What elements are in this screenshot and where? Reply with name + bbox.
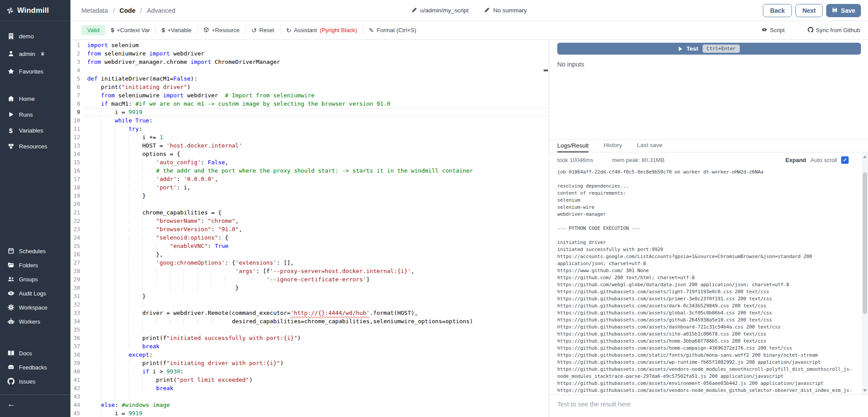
tab-logs-result[interactable]: Logs/Result — [557, 142, 588, 152]
code-line[interactable]: 30 } — [70, 284, 549, 292]
log-line: selenium-wire — [557, 204, 860, 211]
script-path[interactable]: u/admin/my_script — [412, 7, 469, 14]
test-button[interactable]: Test Ctrl+Enter — [557, 43, 861, 55]
log-line: selenium — [557, 197, 860, 204]
code-line[interactable]: 6 print("initiating driver") — [70, 83, 549, 91]
scroll-down-arrow[interactable] — [862, 387, 868, 394]
collapse-sidebar-button[interactable]: ← — [0, 395, 70, 413]
code-line[interactable]: 19 } — [70, 192, 549, 200]
sidebar-item-audit-logs[interactable]: Audit Logs — [0, 286, 70, 300]
next-button[interactable]: Next — [795, 4, 823, 17]
scrollbar-thumb[interactable] — [863, 172, 867, 314]
code-line[interactable]: 23 "browserVersion": "91.0", — [70, 225, 549, 233]
code-line[interactable]: 45 i = 9919 — [70, 409, 549, 417]
code-line[interactable]: 22 "browserName": "chrome", — [70, 217, 549, 225]
code-line[interactable]: 9 i = 9919 — [70, 108, 549, 116]
code-line[interactable]: 8 if macM1: #if we are on mac m1 -> cust… — [70, 100, 549, 108]
script-view-button[interactable]: Script — [761, 27, 784, 34]
tab-last-save[interactable]: Last save — [637, 142, 662, 152]
code-line[interactable]: 44 else: #windows image — [70, 401, 549, 409]
dollar-icon: $ — [111, 27, 114, 33]
log-output: job 01864aff-22dd-cf40-f0c5-0ec8e9b50c70… — [549, 165, 868, 395]
code-line[interactable]: 12 i += 1 — [70, 133, 549, 141]
code-line[interactable]: 43 — [70, 392, 549, 401]
editor-scrollbar[interactable] — [543, 40, 549, 417]
scroll-up-arrow[interactable] — [862, 154, 868, 160]
autoscroll-checkbox[interactable]: ✓ — [841, 156, 849, 164]
code-line[interactable]: 11 try: — [70, 125, 549, 133]
sidebar-item-workspace[interactable]: demo — [0, 27, 70, 45]
code-line[interactable]: 27 'goog:chromeOptions': {'extensions': … — [70, 258, 549, 267]
sidebar-item-folders[interactable]: Folders — [0, 258, 70, 272]
code-line[interactable]: 26 }, — [70, 250, 549, 258]
sidebar-item-workspace-settings[interactable]: Workspace — [0, 300, 70, 314]
code-line[interactable]: 33 driver = webdriver.Remote(command_exe… — [70, 309, 549, 317]
code-line[interactable]: 29 '--ignore-certificate-errors'] — [70, 275, 549, 284]
code-line[interactable]: 5def initiateDriver(macM1=False): — [70, 74, 549, 83]
tab-metadata[interactable]: Metadata — [81, 7, 108, 14]
code-line[interactable]: 4 — [70, 66, 549, 74]
code-line[interactable]: 10 while True: — [70, 116, 549, 125]
robot-icon — [7, 318, 15, 325]
add-variable-button[interactable]: $ +Variable — [162, 27, 191, 33]
sidebar-item-docs[interactable]: Docs — [0, 346, 70, 360]
pencil-icon — [484, 7, 490, 14]
code-line[interactable]: 24 "selenoid:options": { — [70, 233, 549, 242]
tab-history[interactable]: History — [603, 142, 622, 152]
code-line[interactable]: 13 HOST = 'host.docker.internal' — [70, 141, 549, 150]
code-line[interactable]: 31 } — [70, 292, 549, 300]
sidebar-item-home[interactable]: Home — [0, 91, 70, 107]
code-line[interactable]: 17 'addr': '0.0.0.0', — [70, 175, 549, 183]
sidebar-item-schedules[interactable]: Schedules — [0, 244, 70, 258]
windmill-logo[interactable]: Windmill — [0, 0, 70, 21]
code-line[interactable]: 18 'port': i, — [70, 183, 549, 192]
code-line[interactable]: 20 — [70, 200, 549, 208]
result-placeholder: Test to see the result here — [557, 401, 631, 408]
code-line[interactable]: 40 if i > 9930: — [70, 367, 549, 376]
sidebar-item-user[interactable]: admin ♛ — [0, 45, 70, 63]
sidebar-item-variables[interactable]: $ Variables — [0, 122, 70, 138]
sidebar-item-favorites[interactable]: Favorites — [0, 63, 70, 80]
sidebar-item-groups[interactable]: Groups — [0, 272, 70, 286]
sync-from-github-button[interactable]: Sync from Github — [808, 27, 860, 34]
code-line[interactable]: 34 desired_capabilities=chrome_capabilit… — [70, 317, 549, 325]
code-line[interactable]: 41 print("port limit exceeded") — [70, 376, 549, 384]
reset-button[interactable]: ↺ Reset — [251, 27, 274, 33]
code-editor[interactable]: 1import selenium2from seleniumwire impor… — [70, 40, 549, 417]
code-line[interactable]: 14 options = { — [70, 150, 549, 158]
code-line[interactable]: 28 'args': [f'--proxy-server=host.docker… — [70, 267, 549, 275]
code-line[interactable]: 25 "enableVNC": True — [70, 242, 549, 250]
code-line[interactable]: 35 — [70, 325, 549, 334]
code-line[interactable]: 42 break — [70, 384, 549, 392]
assistant-button[interactable]: ↻ Assistant (Pyright Black) — [286, 27, 357, 33]
code-line[interactable]: 3from webdriver_manager.chrome import Ch… — [70, 58, 549, 66]
log-line: https://github.com/webgl-globe/data/data… — [557, 281, 860, 288]
code-line[interactable]: 38 except: — [70, 351, 549, 359]
code-line[interactable]: 21 chrome_capabilities = { — [70, 208, 549, 217]
script-summary[interactable]: No summary — [484, 7, 527, 14]
save-button[interactable]: Save — [826, 4, 861, 17]
code-line[interactable]: 36 print(f"initiated successfully with p… — [70, 334, 549, 342]
sidebar-item-resources[interactable]: Resources — [0, 138, 70, 154]
sidebar-item-workers[interactable]: Workers — [0, 314, 70, 328]
sidebar-item-runs[interactable]: Runs — [0, 107, 70, 122]
format-button[interactable]: ✎ Format (Ctrl+S) — [369, 27, 416, 33]
code-line[interactable]: 7 from seleniumwire import webdriver # I… — [70, 91, 549, 100]
sidebar-item-issues[interactable]: Issues — [0, 374, 70, 388]
code-line[interactable]: 1import selenium — [70, 41, 549, 49]
add-context-var-button[interactable]: $ +Context Var — [111, 27, 150, 33]
expand-button[interactable]: Expand — [785, 157, 806, 163]
code-line[interactable]: 39 print(f"initiating driver with port:{… — [70, 359, 549, 367]
line-number: 31 — [70, 292, 80, 300]
code-line[interactable]: 16 # the addr and the port where the pro… — [70, 166, 549, 175]
code-line[interactable]: 2from seleniumwire import webdriver — [70, 49, 549, 58]
back-button[interactable]: Back — [763, 4, 791, 17]
sidebar-item-feedbacks[interactable]: Feedbacks — [0, 360, 70, 374]
code-line[interactable]: 37 break — [70, 342, 549, 351]
users-icon — [7, 276, 15, 283]
code-line[interactable]: 32 — [70, 300, 549, 309]
tab-code[interactable]: Code — [120, 7, 136, 14]
code-line[interactable]: 15 'auto_config': False, — [70, 158, 549, 166]
tab-advanced[interactable]: Advanced — [147, 7, 176, 14]
add-resource-button[interactable]: +Resource — [203, 27, 239, 34]
